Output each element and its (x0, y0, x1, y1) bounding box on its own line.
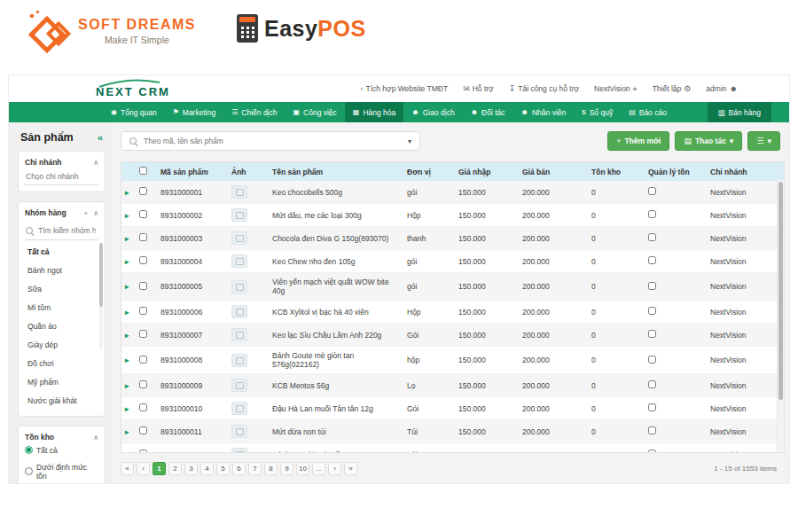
topbar-link[interactable]: ✉ Hỗ trợ (463, 84, 494, 93)
group-list-item[interactable]: Đồ chơi (25, 354, 98, 372)
table-row[interactable]: ▸ 8931000010 Đậu Hà Lan muối Tân tân 12g… (121, 397, 784, 420)
row-checkbox[interactable] (139, 330, 147, 338)
manage-stock-checkbox[interactable] (648, 187, 656, 195)
manage-stock-checkbox[interactable] (648, 380, 656, 388)
page-button[interactable]: 5 (216, 462, 230, 475)
inventory-option[interactable]: Tất cả (25, 442, 98, 458)
first-page-button[interactable]: « (121, 462, 134, 475)
page-button[interactable]: 6 (232, 462, 246, 475)
row-expand-icon[interactable]: ▸ (121, 227, 136, 250)
manage-stock-checkbox[interactable] (648, 356, 656, 364)
row-checkbox[interactable] (139, 210, 147, 218)
page-button[interactable]: 7 (248, 462, 262, 475)
actions-button[interactable]: ▤ Thao tác ▾ (675, 131, 742, 151)
nav-item[interactable]: ▣ Công việc (285, 102, 344, 122)
table-row[interactable]: ▸ 8931000004 Keo Chew nho đen 105g gói 1… (121, 250, 784, 273)
row-checkbox[interactable] (139, 450, 147, 453)
group-list-scrollbar[interactable] (99, 243, 103, 349)
nav-item[interactable]: ☻ Giao dịch (403, 102, 462, 122)
inventory-option[interactable]: Dưới định mức tồn (25, 458, 98, 483)
page-button[interactable]: 1 (153, 462, 166, 475)
group-add-icon[interactable]: + (83, 209, 88, 217)
topbar-link[interactable]: ‹ Tích hợp Website TMĐT (360, 84, 448, 93)
manage-stock-checkbox[interactable] (648, 210, 656, 218)
row-expand-icon[interactable]: ▸ (121, 250, 136, 273)
page-button[interactable]: 9 (280, 462, 293, 475)
nav-item-ban-hang[interactable]: ▥ Bán hàng (708, 102, 771, 122)
nav-item[interactable]: ▤ Báo cáo (621, 102, 675, 122)
manage-stock-checkbox[interactable] (648, 450, 656, 453)
row-checkbox[interactable] (139, 426, 147, 434)
table-row[interactable]: ▸ 8931000009 KCB Mentos 56g Lọ 150.000 2… (121, 374, 784, 397)
nav-item[interactable]: ▦ Hàng hóa (345, 102, 403, 122)
nav-item[interactable]: ☻ Nhân viên (513, 102, 575, 122)
table-row[interactable]: ▸ 8931000008 Bánh Goute mè giòn tan 576g… (121, 347, 784, 374)
topbar-link[interactable]: NextVision ⌖ (594, 84, 638, 94)
group-list-item[interactable]: Mì tôm (25, 298, 98, 317)
nextcrm-logo[interactable]: NEXT CRM (96, 80, 170, 98)
page-button[interactable]: 3 (184, 462, 198, 475)
col-header-stock[interactable]: Tồn kho (588, 162, 645, 181)
select-all-checkbox[interactable] (139, 167, 147, 175)
inventory-radio[interactable] (25, 446, 33, 454)
table-row[interactable]: ▸ 8931000011 Mứt dừa non túi Túi 150.000… (121, 420, 784, 443)
manage-stock-checkbox[interactable] (648, 426, 656, 434)
col-header-price[interactable]: Giá bán (519, 162, 588, 181)
row-expand-icon[interactable]: ▸ (121, 443, 136, 454)
row-checkbox[interactable] (139, 233, 147, 241)
nav-item[interactable]: $ Sổ quỹ (574, 102, 621, 122)
col-header-photo[interactable]: Ảnh (228, 162, 269, 181)
table-row[interactable]: ▸ 8931000006 KCB Xylitol vị bạc hà 40 vi… (121, 301, 784, 324)
next-page-button[interactable]: › (328, 462, 341, 475)
col-header-name[interactable]: Tên sản phẩm (269, 162, 403, 181)
group-collapse-icon[interactable]: ∧ (93, 209, 98, 217)
last-page-button[interactable]: » (344, 462, 357, 475)
table-row[interactable]: ▸ 8931000005 Viên yến mạch việt quất WOW… (121, 273, 784, 301)
group-list-item[interactable]: Sữa (25, 279, 98, 298)
manage-stock-checkbox[interactable] (648, 403, 656, 411)
table-row[interactable]: ▸ 8931000001 Keo chocobells 500g gói 150… (121, 181, 784, 204)
col-header-branch[interactable]: Chi nhánh (707, 162, 784, 181)
nav-item[interactable]: ☻ Đối tác (463, 102, 513, 122)
row-expand-icon[interactable]: ▸ (121, 273, 136, 301)
branch-collapse-icon[interactable]: ∧ (93, 159, 98, 167)
group-search-input[interactable] (36, 225, 98, 236)
col-header-cost[interactable]: Giá nhập (455, 162, 519, 181)
product-search-input[interactable] (142, 136, 403, 146)
sidebar-collapse-icon[interactable]: « (98, 132, 103, 143)
add-new-button[interactable]: + Thêm mới (607, 131, 669, 151)
row-expand-icon[interactable]: ▸ (121, 301, 136, 324)
nav-item[interactable]: ⚑ Marketing (165, 102, 224, 122)
page-button[interactable]: 2 (168, 462, 182, 475)
page-button[interactable]: 4 (200, 462, 214, 475)
page-button[interactable]: 10 (296, 462, 309, 475)
row-expand-icon[interactable]: ▸ (121, 204, 136, 227)
columns-menu-button[interactable]: ☰ ▾ (747, 131, 780, 151)
inventory-radio[interactable] (25, 467, 33, 475)
group-list-item[interactable]: Nước giải khát (25, 391, 98, 410)
manage-stock-checkbox[interactable] (648, 307, 656, 315)
row-expand-icon[interactable]: ▸ (121, 420, 136, 443)
page-button[interactable]: 8 (264, 462, 278, 475)
inventory-collapse-icon[interactable]: ∧ (93, 434, 98, 442)
prev-page-button[interactable]: ‹ (137, 462, 150, 475)
topbar-link[interactable]: admin ☻ (706, 84, 738, 93)
col-header-unit[interactable]: Đơn vị (403, 162, 455, 181)
row-expand-icon[interactable]: ▸ (121, 324, 136, 347)
row-expand-icon[interactable]: ▸ (121, 374, 136, 397)
table-row[interactable]: ▸ 8931000003 Chocola đen Diva G 150g(893… (121, 227, 784, 250)
col-header-manage[interactable]: Quản lý tồn (645, 162, 707, 181)
row-checkbox[interactable] (139, 282, 147, 290)
row-checkbox[interactable] (139, 380, 147, 388)
manage-stock-checkbox[interactable] (648, 282, 656, 290)
group-list-item[interactable]: Bánh ngọt (25, 261, 98, 279)
manage-stock-checkbox[interactable] (648, 330, 656, 338)
group-list-item[interactable]: Quần áo (25, 317, 98, 335)
row-checkbox[interactable] (139, 256, 147, 264)
page-button[interactable]: ... (312, 462, 325, 475)
manage-stock-checkbox[interactable] (648, 233, 656, 241)
group-list-scrollbar-thumb[interactable] (99, 243, 103, 307)
group-list-item[interactable]: Giày dép (25, 335, 98, 354)
group-list-item[interactable]: Tất cả (25, 242, 98, 261)
row-checkbox[interactable] (139, 187, 147, 195)
